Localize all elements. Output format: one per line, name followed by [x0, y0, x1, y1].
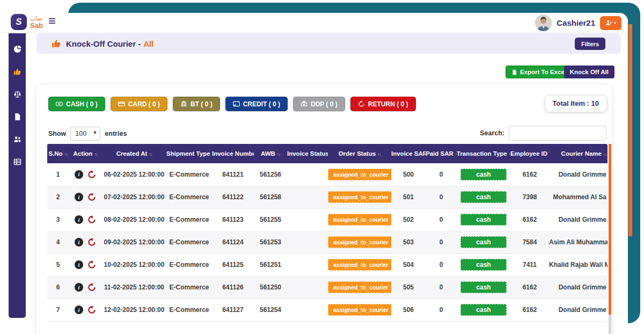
cell-awb: 561254 — [254, 299, 287, 321]
person-plus-icon — [605, 19, 612, 26]
cell-paid-sar: 0 — [426, 276, 457, 299]
transaction-type-badge: cash — [460, 191, 507, 203]
table-row[interactable]: 4 i 09-02-2025 12:00:00 E-Commerce 64112… — [47, 231, 608, 253]
page-title-filter: All — [143, 39, 153, 48]
column-header[interactable]: Order Status↑↓ — [328, 144, 391, 163]
cell-transaction-type: cash — [457, 163, 510, 186]
filters-button[interactable]: Filters — [575, 38, 605, 50]
app-window: S صاب Sab ≡ Cashier21 ▾ — [0, 13, 628, 334]
search-input[interactable] — [509, 126, 606, 141]
info-icon[interactable]: i — [75, 215, 83, 224]
undo-icon[interactable] — [87, 170, 96, 179]
sidebar-item-documents[interactable] — [11, 111, 24, 122]
page-scrollbar[interactable] — [628, 24, 632, 236]
user-avatar[interactable] — [535, 14, 552, 31]
table-scrollbar-thumb[interactable] — [609, 144, 611, 315]
sidebar-item-couriers[interactable] — [11, 133, 24, 145]
undo-icon[interactable] — [87, 193, 96, 201]
column-header[interactable]: Invoice SAR↑↓ — [391, 144, 426, 163]
chip-label: CREDIT ( 0 ) — [243, 100, 280, 108]
info-icon[interactable]: i — [75, 283, 83, 292]
show-label: Show — [48, 130, 66, 137]
chip-label: RETURN ( 0 ) — [368, 100, 408, 108]
undo-icon[interactable] — [87, 215, 96, 224]
info-icon[interactable]: i — [75, 306, 83, 314]
cell-employee-id: 7411 — [510, 253, 549, 276]
table-row[interactable]: 3 i 08-02-2025 12:00:00 E-Commerce 64112… — [47, 208, 608, 231]
cell-employee-id: 7398 — [510, 186, 549, 208]
total-item-value: 10 — [591, 99, 599, 107]
cell-order-status: assigned_to_courier — [328, 208, 391, 231]
filter-chip-return[interactable]: RETURN ( 0 ) — [350, 97, 416, 111]
cell-employee-id: 6162 — [510, 163, 549, 186]
chevron-down-icon: ▾ — [614, 20, 616, 25]
cell-transaction-type: cash — [457, 253, 510, 276]
cell-transaction-type: cash — [457, 231, 510, 253]
order-status-badge: assigned_to_courier — [328, 281, 391, 293]
undo-icon[interactable] — [87, 306, 96, 314]
brand-logo[interactable]: S صاب Sab — [11, 14, 43, 30]
info-icon[interactable]: i — [75, 193, 83, 201]
knock-off-card: CASH ( 0 ) CARD ( 0 ) BT ( 0 ) CREDIT ( … — [36, 85, 612, 334]
cell-shipment-type: E-Commerce — [166, 253, 212, 276]
column-header[interactable]: Paid SAR↑↓ — [426, 144, 457, 163]
order-status-badge: assigned_to_courier — [328, 304, 391, 316]
filter-chip-ddp[interactable]: DDP ( 0 ) — [293, 97, 345, 111]
pie-icon — [13, 45, 21, 53]
table-row[interactable]: 1 i 06-02-2025 12:00:00 E-Commerce 64112… — [47, 163, 608, 186]
column-header[interactable]: AWB↑↓ — [254, 144, 287, 163]
table-row[interactable]: 6 i 11-02-2025 12:00:00 E-Commerce 64112… — [47, 276, 608, 299]
cell-shipment-type: E-Commerce — [166, 163, 212, 186]
cell-employee-id: 6162 — [510, 208, 549, 231]
table-scrollbar[interactable] — [609, 144, 611, 334]
info-icon[interactable]: i — [75, 260, 83, 269]
filter-chip-cash[interactable]: CASH ( 0 ) — [48, 97, 105, 111]
table-row[interactable]: 7 i 12-02-2025 12:00:00 E-Commerce 64112… — [47, 299, 608, 321]
cell-courier-name: Mohammed Al Sa — [549, 186, 608, 208]
column-header[interactable]: Created At↑↓ — [102, 144, 166, 163]
column-header[interactable]: Courier Name↑↓ — [549, 144, 608, 163]
user-menu-button[interactable]: ▾ — [600, 16, 621, 30]
sidebar-item-knock-off[interactable] — [11, 66, 24, 77]
column-header[interactable]: Action↑↓ — [69, 144, 102, 163]
column-header[interactable]: Invoice Status↑↓ — [287, 144, 328, 163]
column-header[interactable]: Invoice Number↑↓ — [212, 144, 254, 163]
sort-icon: ↑↓ — [64, 152, 68, 157]
cell-paid-sar: 0 — [426, 299, 457, 321]
column-header[interactable]: Employee ID↑↓ — [510, 144, 549, 163]
column-header[interactable]: Shipment Type↑↓ — [166, 144, 212, 163]
cell-sno: 2 — [47, 186, 69, 208]
undo-icon[interactable] — [87, 283, 96, 292]
export-to-excel-button[interactable]: Export To Excel — [506, 66, 572, 78]
cell-order-status: assigned_to_courier — [328, 163, 391, 186]
cell-courier-name: Donald Grimme — [549, 276, 608, 299]
knock-off-all-button[interactable]: Knock Off All — [564, 66, 614, 78]
filter-chip-card[interactable]: CARD ( 0 ) — [111, 97, 167, 111]
cell-invoice-number: 641123 — [212, 208, 254, 231]
cell-courier-name: Donald Grimme — [549, 208, 608, 231]
info-icon[interactable]: i — [75, 170, 83, 179]
column-header[interactable]: S.No↑↓ — [47, 144, 69, 163]
table-row[interactable]: 2 i 07-02-2025 12:00:00 E-Commerce 64112… — [47, 186, 608, 208]
page-size-select[interactable]: 100 — [70, 127, 100, 141]
cell-courier-name: Donald Grimme — [549, 163, 608, 186]
cell-awb: 561256 — [254, 163, 287, 186]
transaction-type-badge: cash — [460, 304, 507, 316]
info-icon[interactable]: i — [75, 238, 83, 246]
filter-chip-bt[interactable]: BT ( 0 ) — [173, 97, 220, 111]
menu-toggle-button[interactable]: ≡ — [48, 13, 56, 28]
cell-action: i — [69, 186, 102, 208]
bank-icon — [180, 100, 187, 107]
sidebar-item-reports[interactable] — [11, 156, 24, 168]
cell-invoice-status — [287, 299, 328, 321]
cell-shipment-type: E-Commerce — [166, 186, 212, 208]
sidebar-item-dashboard[interactable] — [11, 43, 24, 55]
sidebar-item-balance[interactable] — [11, 88, 24, 100]
column-header[interactable]: Transaction Type↑↓ — [457, 144, 510, 163]
filter-chip-credit[interactable]: CREDIT ( 0 ) — [225, 97, 288, 111]
undo-icon[interactable] — [87, 238, 96, 246]
undo-icon[interactable] — [87, 260, 96, 269]
user-name: Cashier21 — [557, 18, 595, 27]
table-row[interactable]: 5 i 10-02-2025 12:00:00 E-Commerce 64112… — [47, 253, 608, 276]
cell-action: i — [69, 276, 102, 299]
